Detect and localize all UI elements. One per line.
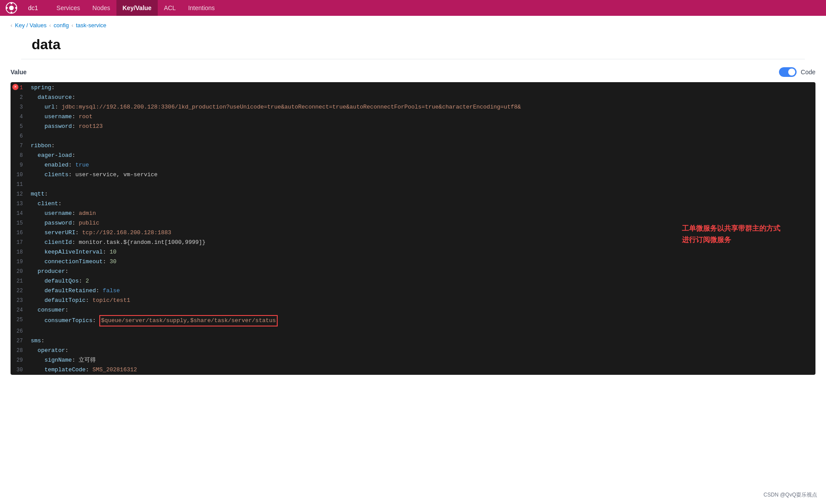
code-line-10: 10 clients: user-service, vm-service (11, 170, 815, 180)
breadcrumb-sep-1: ‹ (49, 22, 51, 29)
line-number-15: 15 (11, 218, 28, 228)
nav-services[interactable]: Services (51, 0, 87, 16)
line-number-17: 17 (11, 238, 28, 247)
line-content-27[interactable]: sms: (28, 336, 815, 346)
breadcrumb: ‹ Key / Values ‹ config ‹ task-service (0, 16, 826, 29)
code-line-14: 14 username: admin (11, 209, 815, 218)
code-line-9: 9 enabled: true (11, 160, 815, 170)
code-label: Code (801, 69, 815, 76)
line-content-10[interactable]: clients: user-service, vm-service (28, 170, 815, 180)
line-content-18[interactable]: keepAliveInterval: 10 (28, 247, 815, 257)
code-line-6: 6 (11, 131, 815, 141)
line-number-18: 18 (11, 247, 28, 257)
line-content-11[interactable] (28, 180, 815, 189)
code-line-27: 27sms: (11, 336, 815, 346)
code-line-30: 30 templateCode: SMS_202816312 (11, 365, 815, 375)
line-content-30[interactable]: templateCode: SMS_202816312 (28, 365, 815, 375)
svg-point-1 (9, 6, 14, 11)
line-number-20: 20 (11, 267, 28, 276)
top-navigation: dc1 Services Nodes Key/Value ACL Intenti… (0, 0, 826, 16)
line-content-5[interactable]: password: root123 (28, 122, 815, 131)
nav-intentions[interactable]: Intentions (182, 0, 221, 16)
line-number-4: 4 (11, 112, 28, 122)
datacenter-label[interactable]: dc1 (25, 4, 42, 11)
line-number-21: 21 (11, 276, 28, 286)
line-number-13: 13 (11, 199, 28, 209)
line-number-23: 23 (11, 296, 28, 305)
line-content-3[interactable]: url: jdbc:mysql://192.168.200.128:3306/l… (28, 102, 815, 112)
code-line-22: 22 defaultRetained: false (11, 286, 815, 296)
annotation-box: 工单微服务以共享带群主的方式 进行订阅微服务 (682, 223, 780, 245)
line-content-23[interactable]: defaultTopic: topic/test1 (28, 296, 815, 305)
code-line-24: 24 consumer: (11, 305, 815, 315)
line-content-24[interactable]: consumer: (28, 305, 815, 315)
line-content-9[interactable]: enabled: true (28, 160, 815, 170)
svg-point-2 (11, 2, 12, 4)
value-header: Value Code (11, 67, 815, 77)
line-content-28[interactable]: operator: (28, 346, 815, 355)
code-editor-wrapper: ✕1spring:2 datasource:3 url: jdbc:mysql:… (11, 82, 815, 375)
code-line-18: 18 keepAliveInterval: 10 (11, 247, 815, 257)
line-number-2: 2 (11, 93, 28, 102)
line-content-14[interactable]: username: admin (28, 209, 815, 218)
line-number-30: 30 (11, 365, 28, 375)
line-content-29[interactable]: signName: 立可得 (28, 355, 815, 365)
line-number-25: 25 (11, 315, 28, 325)
line-number-12: 12 (11, 189, 28, 199)
line-content-8[interactable]: eager-load: (28, 151, 815, 160)
line-content-6[interactable] (28, 131, 815, 141)
line-number-1: ✕1 (11, 83, 28, 93)
line-content-1[interactable]: spring: (28, 83, 815, 93)
code-line-26: 26 (11, 326, 815, 336)
line-number-28: 28 (11, 346, 28, 355)
code-line-13: 13 client: (11, 199, 815, 209)
toggle-slider[interactable] (779, 67, 797, 77)
value-header-right: Code (779, 67, 815, 77)
line-content-13[interactable]: client: (28, 199, 815, 209)
breadcrumb-sep-2: ‹ (72, 22, 73, 29)
line-number-5: 5 (11, 122, 28, 131)
line-number-16: 16 (11, 228, 28, 238)
line-content-21[interactable]: defaultQos: 2 (28, 276, 815, 286)
code-toggle[interactable] (779, 67, 797, 77)
line-number-9: 9 (11, 160, 28, 170)
line-content-25[interactable]: consumerTopics: $queue/server/task/suppl… (28, 315, 815, 326)
code-line-20: 20 producer: (11, 267, 815, 276)
annotation-line2: 进行订阅微服务 (682, 234, 780, 246)
line-number-14: 14 (11, 209, 28, 218)
line-number-26: 26 (11, 326, 28, 336)
breadcrumb-keyvalues[interactable]: Key / Values (15, 22, 47, 29)
code-line-21: 21 defaultQos: 2 (11, 276, 815, 286)
nav-nodes[interactable]: Nodes (86, 0, 116, 16)
line-content-4[interactable]: username: root (28, 112, 815, 122)
line-content-7[interactable]: ribbon: (28, 141, 815, 151)
breadcrumb-taskservice[interactable]: task-service (76, 22, 106, 29)
line-number-27: 27 (11, 336, 28, 346)
breadcrumb-config[interactable]: config (54, 22, 69, 29)
line-number-22: 22 (11, 286, 28, 296)
line-content-26[interactable] (28, 326, 815, 336)
annotation-line1: 工单微服务以共享带群主的方式 (682, 223, 780, 234)
nav-acl[interactable]: ACL (158, 0, 182, 16)
code-line-1: ✕1spring: (11, 83, 815, 93)
svg-point-5 (15, 7, 17, 9)
code-line-7: 7ribbon: (11, 141, 815, 151)
line-content-22[interactable]: defaultRetained: false (28, 286, 815, 296)
value-label: Value (11, 69, 27, 76)
code-line-8: 8 eager-load: (11, 151, 815, 160)
line-content-20[interactable]: producer: (28, 267, 815, 276)
code-line-25: 25 consumerTopics: $queue/server/task/su… (11, 315, 815, 326)
nav-keyvalue[interactable]: Key/Value (116, 0, 158, 16)
line-number-6: 6 (11, 131, 28, 141)
line-content-2[interactable]: datasource: (28, 93, 815, 102)
line-content-12[interactable]: mqtt: (28, 189, 815, 199)
line-number-3: 3 (11, 102, 28, 112)
chevron-left-icon: ‹ (11, 22, 12, 29)
line-number-10: 10 (11, 170, 28, 180)
code-line-5: 5 password: root123 (11, 122, 815, 131)
line-number-24: 24 (11, 305, 28, 315)
line-number-8: 8 (11, 151, 28, 160)
line-content-19[interactable]: connectionTimeout: 30 (28, 257, 815, 267)
code-line-4: 4 username: root (11, 112, 815, 122)
line-number-29: 29 (11, 355, 28, 365)
